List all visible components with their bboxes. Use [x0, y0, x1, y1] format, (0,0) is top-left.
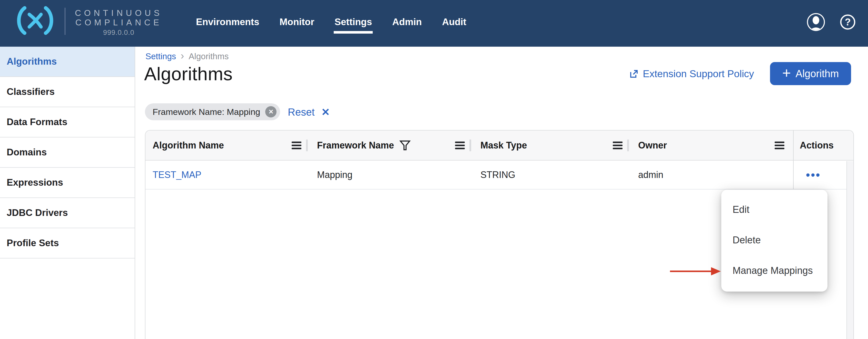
extension-support-policy-link[interactable]: Extension Support Policy: [629, 67, 754, 81]
cell-mask-type: STRING: [473, 160, 631, 189]
menu-item-edit[interactable]: Edit: [721, 194, 828, 225]
column-header-mask-type: Mask Type: [473, 130, 631, 160]
app-window: CONTINUOUS COMPLIANCE 999.0.0.0 Environm…: [0, 0, 868, 339]
algorithm-link[interactable]: TEST_MAP: [153, 170, 202, 180]
settings-sidebar: Algorithms Classifiers Data Formats Doma…: [0, 47, 135, 339]
extension-support-policy-label: Extension Support Policy: [643, 68, 754, 80]
brand-logo-icon: [14, 6, 56, 35]
add-algorithm-button[interactable]: + Algorithm: [770, 62, 851, 85]
column-divider: [469, 140, 471, 151]
navbar-icons: ?: [806, 0, 856, 44]
column-label: Mask Type: [480, 140, 527, 151]
column-menu-icon[interactable]: [455, 142, 465, 149]
sidebar-item-profile-sets[interactable]: Profile Sets: [0, 228, 135, 258]
filter-chip-close-icon[interactable]: ✕: [265, 106, 277, 118]
table-header-row: Algorithm Name Framework Name Mask Type: [146, 130, 854, 160]
column-header-owner: Owner: [631, 130, 793, 160]
sidebar-item-data-formats[interactable]: Data Formats: [0, 107, 135, 137]
plus-icon: +: [782, 65, 791, 80]
framework-filter-chip[interactable]: Framework Name: Mapping ✕: [145, 103, 280, 120]
column-header-actions: Actions: [793, 130, 854, 160]
version-label: 999.0.0.0: [75, 29, 163, 37]
column-header-framework-name: Framework Name: [310, 130, 473, 160]
brand-line-2: COMPLIANCE: [75, 18, 163, 27]
cell-owner: admin: [631, 160, 793, 189]
reset-filters-button[interactable]: Reset ✕: [288, 105, 330, 119]
brand-text: CONTINUOUS COMPLIANCE 999.0.0.0: [75, 8, 163, 37]
nav-item-environments[interactable]: Environments: [196, 17, 259, 27]
table-row: TEST_MAP Mapping STRING admin •••: [146, 160, 854, 189]
sidebar-item-expressions[interactable]: Expressions: [0, 168, 135, 198]
top-navbar: CONTINUOUS COMPLIANCE 999.0.0.0 Environm…: [0, 0, 868, 47]
add-algorithm-label: Algorithm: [796, 68, 839, 80]
column-label: Framework Name: [317, 140, 394, 151]
nav-item-monitor[interactable]: Monitor: [280, 17, 314, 27]
help-icon[interactable]: ?: [840, 14, 856, 30]
row-actions-menu-button[interactable]: •••: [806, 169, 821, 181]
column-divider: [306, 140, 308, 151]
filter-funnel-icon[interactable]: [399, 140, 411, 151]
breadcrumb-settings-link[interactable]: Settings: [146, 52, 176, 61]
reset-label: Reset: [288, 106, 315, 118]
sidebar-item-classifiers[interactable]: Classifiers: [0, 77, 135, 107]
sidebar-item-domains[interactable]: Domains: [0, 137, 135, 168]
external-link-icon: [629, 69, 639, 79]
column-header-algorithm-name: Algorithm Name: [146, 130, 310, 160]
svg-text:?: ?: [845, 17, 850, 27]
column-label: Owner: [638, 140, 667, 151]
column-label: Algorithm Name: [153, 140, 224, 151]
user-profile-icon[interactable]: [806, 12, 826, 32]
nav-item-audit[interactable]: Audit: [442, 17, 466, 27]
breadcrumb-chevron-icon: ›: [181, 52, 184, 60]
reset-close-icon: ✕: [321, 106, 330, 118]
sidebar-item-algorithms[interactable]: Algorithms: [0, 47, 135, 77]
primary-nav: Environments Monitor Settings Admin Audi…: [196, 0, 466, 44]
page-title: Algorithms: [144, 63, 232, 84]
cell-algorithm-name: TEST_MAP: [146, 160, 310, 189]
sidebar-item-jdbc-drivers[interactable]: JDBC Drivers: [0, 198, 135, 228]
menu-item-delete[interactable]: Delete: [721, 225, 828, 255]
filter-chip-label: Framework Name: Mapping: [153, 107, 260, 117]
cell-framework-name: Mapping: [310, 160, 473, 189]
column-menu-icon[interactable]: [613, 142, 623, 149]
cell-actions: •••: [793, 160, 854, 189]
navbar-divider: [65, 8, 65, 35]
row-actions-menu: Edit Delete Manage Mappings: [721, 190, 828, 291]
column-menu-icon[interactable]: [292, 142, 301, 149]
menu-item-manage-mappings[interactable]: Manage Mappings: [721, 255, 828, 286]
breadcrumb-current: Algorithms: [189, 52, 229, 61]
breadcrumb: Settings › Algorithms: [146, 52, 228, 61]
table-scrollbar[interactable]: [846, 161, 854, 339]
column-label: Actions: [800, 140, 834, 151]
column-divider: [627, 140, 629, 151]
brand-line-1: CONTINUOUS: [75, 8, 163, 18]
column-menu-icon[interactable]: [775, 142, 784, 149]
annotation-arrow-icon: [669, 265, 722, 278]
nav-item-settings[interactable]: Settings: [335, 17, 372, 27]
nav-item-admin[interactable]: Admin: [392, 17, 422, 27]
